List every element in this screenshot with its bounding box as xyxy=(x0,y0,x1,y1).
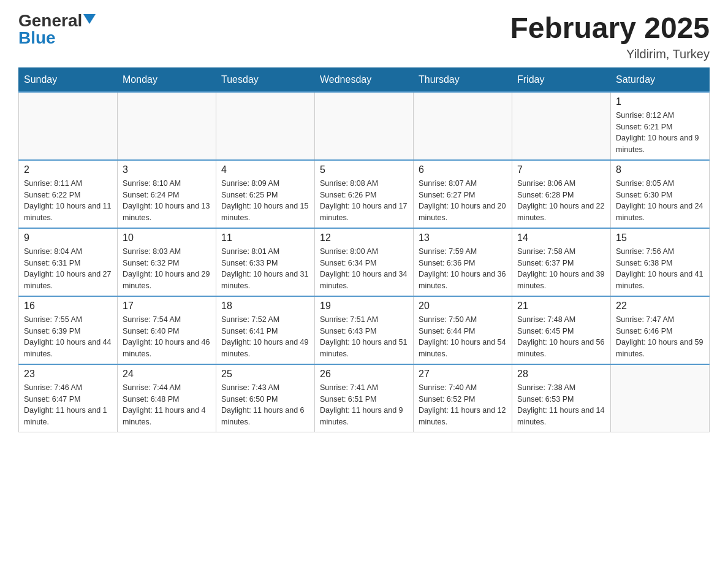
day-number: 15 xyxy=(616,232,704,243)
title-block: February 2025 Yildirim, Turkey xyxy=(510,12,710,61)
logo: General Blue xyxy=(18,12,96,47)
day-info: Sunrise: 8:03 AMSunset: 6:32 PMDaylight:… xyxy=(123,246,211,292)
day-info: Sunrise: 8:08 AMSunset: 6:26 PMDaylight:… xyxy=(320,178,408,224)
day-info: Sunrise: 8:06 AMSunset: 6:28 PMDaylight:… xyxy=(517,178,605,224)
day-number: 4 xyxy=(221,164,309,175)
day-number: 13 xyxy=(419,232,507,243)
calendar-day-cell xyxy=(315,92,414,160)
day-number: 27 xyxy=(419,369,507,380)
calendar-header-row: SundayMondayTuesdayWednesdayThursdayFrid… xyxy=(19,67,710,92)
day-number: 22 xyxy=(616,301,704,312)
day-info: Sunrise: 8:10 AMSunset: 6:24 PMDaylight:… xyxy=(123,178,211,224)
calendar-day-cell: 10Sunrise: 8:03 AMSunset: 6:32 PMDayligh… xyxy=(118,228,216,296)
location-text: Yildirim, Turkey xyxy=(510,47,710,61)
day-number: 18 xyxy=(221,301,309,312)
calendar-day-cell: 3Sunrise: 8:10 AMSunset: 6:24 PMDaylight… xyxy=(118,160,216,228)
calendar-day-cell: 12Sunrise: 8:00 AMSunset: 6:34 PMDayligh… xyxy=(315,228,414,296)
calendar-day-cell: 26Sunrise: 7:41 AMSunset: 6:51 PMDayligh… xyxy=(315,364,414,432)
calendar-day-cell: 2Sunrise: 8:11 AMSunset: 6:22 PMDaylight… xyxy=(19,160,118,228)
day-number: 6 xyxy=(419,164,507,175)
day-number: 19 xyxy=(320,301,408,312)
day-number: 16 xyxy=(24,301,112,312)
day-info: Sunrise: 7:56 AMSunset: 6:38 PMDaylight:… xyxy=(616,246,704,292)
calendar-day-cell xyxy=(216,92,315,160)
calendar-day-cell xyxy=(414,92,512,160)
calendar-day-cell xyxy=(19,92,118,160)
calendar-day-header: Wednesday xyxy=(315,67,414,92)
month-title: February 2025 xyxy=(510,12,710,45)
day-info: Sunrise: 8:07 AMSunset: 6:27 PMDaylight:… xyxy=(419,178,507,224)
calendar-day-cell: 16Sunrise: 7:55 AMSunset: 6:39 PMDayligh… xyxy=(19,296,118,364)
logo-triangle-icon xyxy=(83,14,96,24)
day-info: Sunrise: 7:43 AMSunset: 6:50 PMDaylight:… xyxy=(221,382,309,428)
day-number: 8 xyxy=(616,164,704,175)
calendar-table: SundayMondayTuesdayWednesdayThursdayFrid… xyxy=(18,67,710,432)
calendar-day-cell: 24Sunrise: 7:44 AMSunset: 6:48 PMDayligh… xyxy=(118,364,216,432)
day-info: Sunrise: 7:46 AMSunset: 6:47 PMDaylight:… xyxy=(24,382,112,428)
calendar-day-cell: 20Sunrise: 7:50 AMSunset: 6:44 PMDayligh… xyxy=(414,296,512,364)
calendar-week-row: 2Sunrise: 8:11 AMSunset: 6:22 PMDaylight… xyxy=(19,160,710,228)
day-number: 9 xyxy=(24,232,112,243)
day-info: Sunrise: 8:04 AMSunset: 6:31 PMDaylight:… xyxy=(24,246,112,292)
calendar-day-cell: 9Sunrise: 8:04 AMSunset: 6:31 PMDaylight… xyxy=(19,228,118,296)
calendar-day-cell: 25Sunrise: 7:43 AMSunset: 6:50 PMDayligh… xyxy=(216,364,315,432)
day-number: 10 xyxy=(123,232,211,243)
calendar-day-header: Tuesday xyxy=(216,67,315,92)
day-info: Sunrise: 7:48 AMSunset: 6:45 PMDaylight:… xyxy=(517,314,605,360)
day-number: 5 xyxy=(320,164,408,175)
calendar-day-cell: 6Sunrise: 8:07 AMSunset: 6:27 PMDaylight… xyxy=(414,160,512,228)
calendar-day-header: Sunday xyxy=(19,67,118,92)
calendar-day-cell: 5Sunrise: 8:08 AMSunset: 6:26 PMDaylight… xyxy=(315,160,414,228)
calendar-day-cell xyxy=(512,92,611,160)
calendar-day-cell: 17Sunrise: 7:54 AMSunset: 6:40 PMDayligh… xyxy=(118,296,216,364)
page-header: General Blue February 2025 Yildirim, Tur… xyxy=(18,12,710,61)
calendar-week-row: 9Sunrise: 8:04 AMSunset: 6:31 PMDaylight… xyxy=(19,228,710,296)
day-number: 11 xyxy=(221,232,309,243)
day-number: 23 xyxy=(24,369,112,380)
day-info: Sunrise: 7:44 AMSunset: 6:48 PMDaylight:… xyxy=(123,382,211,428)
day-info: Sunrise: 7:58 AMSunset: 6:37 PMDaylight:… xyxy=(517,246,605,292)
calendar-week-row: 1Sunrise: 8:12 AMSunset: 6:21 PMDaylight… xyxy=(19,92,710,160)
calendar-day-cell: 19Sunrise: 7:51 AMSunset: 6:43 PMDayligh… xyxy=(315,296,414,364)
day-info: Sunrise: 7:54 AMSunset: 6:40 PMDaylight:… xyxy=(123,314,211,360)
day-info: Sunrise: 8:11 AMSunset: 6:22 PMDaylight:… xyxy=(24,178,112,224)
calendar-day-header: Saturday xyxy=(611,67,710,92)
day-number: 21 xyxy=(517,301,605,312)
day-info: Sunrise: 8:12 AMSunset: 6:21 PMDaylight:… xyxy=(616,110,704,156)
logo-blue-text: Blue xyxy=(18,28,56,47)
calendar-day-cell: 1Sunrise: 8:12 AMSunset: 6:21 PMDaylight… xyxy=(611,92,710,160)
calendar-day-cell: 21Sunrise: 7:48 AMSunset: 6:45 PMDayligh… xyxy=(512,296,611,364)
day-info: Sunrise: 7:51 AMSunset: 6:43 PMDaylight:… xyxy=(320,314,408,360)
day-number: 7 xyxy=(517,164,605,175)
day-info: Sunrise: 7:55 AMSunset: 6:39 PMDaylight:… xyxy=(24,314,112,360)
day-number: 24 xyxy=(123,369,211,380)
day-number: 1 xyxy=(616,96,704,107)
calendar-day-cell: 27Sunrise: 7:40 AMSunset: 6:52 PMDayligh… xyxy=(414,364,512,432)
calendar-day-cell: 7Sunrise: 8:06 AMSunset: 6:28 PMDaylight… xyxy=(512,160,611,228)
day-info: Sunrise: 8:05 AMSunset: 6:30 PMDaylight:… xyxy=(616,178,704,224)
calendar-day-cell: 22Sunrise: 7:47 AMSunset: 6:46 PMDayligh… xyxy=(611,296,710,364)
calendar-day-cell xyxy=(611,364,710,432)
day-number: 26 xyxy=(320,369,408,380)
calendar-day-header: Thursday xyxy=(414,67,512,92)
calendar-day-cell: 18Sunrise: 7:52 AMSunset: 6:41 PMDayligh… xyxy=(216,296,315,364)
day-number: 12 xyxy=(320,232,408,243)
day-info: Sunrise: 7:41 AMSunset: 6:51 PMDaylight:… xyxy=(320,382,408,428)
day-info: Sunrise: 7:50 AMSunset: 6:44 PMDaylight:… xyxy=(419,314,507,360)
calendar-day-cell: 8Sunrise: 8:05 AMSunset: 6:30 PMDaylight… xyxy=(611,160,710,228)
calendar-day-cell xyxy=(118,92,216,160)
calendar-day-cell: 11Sunrise: 8:01 AMSunset: 6:33 PMDayligh… xyxy=(216,228,315,296)
day-info: Sunrise: 7:59 AMSunset: 6:36 PMDaylight:… xyxy=(419,246,507,292)
day-info: Sunrise: 7:52 AMSunset: 6:41 PMDaylight:… xyxy=(221,314,309,360)
day-number: 28 xyxy=(517,369,605,380)
calendar-day-header: Monday xyxy=(118,67,216,92)
day-number: 20 xyxy=(419,301,507,312)
day-number: 17 xyxy=(123,301,211,312)
day-info: Sunrise: 8:00 AMSunset: 6:34 PMDaylight:… xyxy=(320,246,408,292)
calendar-week-row: 23Sunrise: 7:46 AMSunset: 6:47 PMDayligh… xyxy=(19,364,710,432)
day-info: Sunrise: 7:38 AMSunset: 6:53 PMDaylight:… xyxy=(517,382,605,428)
day-info: Sunrise: 7:40 AMSunset: 6:52 PMDaylight:… xyxy=(419,382,507,428)
day-info: Sunrise: 8:09 AMSunset: 6:25 PMDaylight:… xyxy=(221,178,309,224)
day-number: 14 xyxy=(517,232,605,243)
calendar-day-cell: 14Sunrise: 7:58 AMSunset: 6:37 PMDayligh… xyxy=(512,228,611,296)
